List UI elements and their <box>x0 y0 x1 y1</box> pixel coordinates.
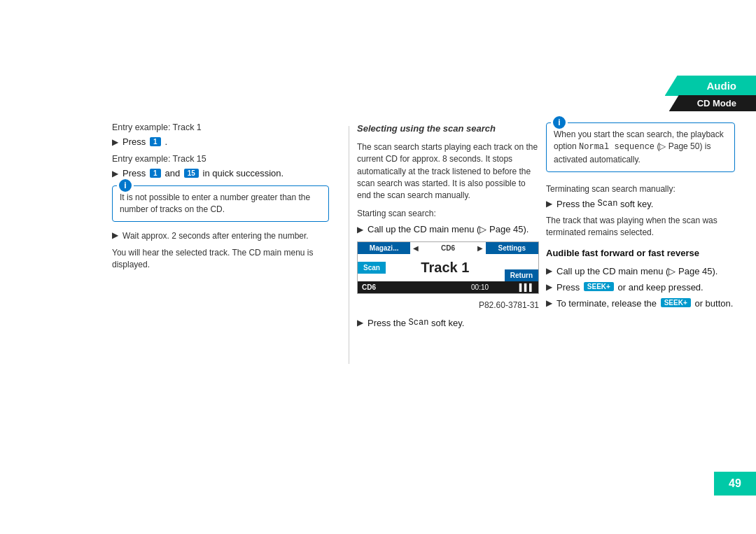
press-scan-pre: Press the <box>368 318 406 328</box>
entry2-label: Entry example: Track 15 <box>112 154 329 164</box>
right-bullet-icon-3: ▶ <box>546 282 552 292</box>
bullet-row-1: ▶ Press 1 . <box>112 136 329 147</box>
key-2-button: 1 <box>150 169 161 178</box>
track-label: Track 1 <box>386 254 505 281</box>
right-bullet-1: ▶ Press the Scan soft key. <box>546 199 735 209</box>
soft-key-text: soft key. <box>431 318 464 328</box>
right-bullet-icon-4: ▶ <box>546 298 552 308</box>
return-button: Return <box>505 269 538 281</box>
press-scan-row: ▶ Press the Scan soft key. <box>357 318 539 328</box>
settings-button: Settings <box>486 242 538 254</box>
seek-badge-1: SEEK+ <box>584 282 614 291</box>
right-column: i When you start the scan search, the pl… <box>546 122 735 314</box>
right-scan-mono: Scan <box>598 199 618 209</box>
mid-bullet-icon-1: ▶ <box>357 225 363 234</box>
right-info-text: When you start the scan search, the play… <box>554 129 727 166</box>
info-icon-right: i <box>551 116 568 129</box>
bullet-icon-1: ▶ <box>112 137 118 147</box>
section-title-scan: Selecting using the scan search <box>357 122 539 136</box>
info-text-left: It is not possible to enter a number gre… <box>120 192 321 216</box>
cd-left-arrow: ◀ <box>410 242 421 254</box>
right-bullet-mid-3: or <box>618 282 626 293</box>
right-bullet-pre-4: To terminate, release the <box>556 298 657 309</box>
bullet-icon-3: ▶ <box>112 230 118 240</box>
info-icon-left: i <box>117 179 134 192</box>
column-divider <box>349 126 349 364</box>
press-label-1: Press <box>122 136 146 147</box>
right-bullet-2: ▶ Call up the CD main menu (▷ Page 45). <box>546 266 735 276</box>
right-bullet-pre-3: Press <box>556 282 580 293</box>
wait-row: ▶ Wait approx. 2 seconds after entering … <box>112 230 329 242</box>
info-circle-icon-right: i <box>553 116 566 129</box>
right-normal-mono: Normal sequence <box>579 142 654 152</box>
header-cdmode: CD Mode <box>669 95 756 111</box>
and-text: and <box>164 168 180 178</box>
cd-right-arrow: ▶ <box>475 242 486 254</box>
right-bullet-icon-1: ▶ <box>546 199 552 209</box>
quick-text: in quick succession. <box>203 168 284 178</box>
wait-text: Wait approx. 2 seconds after entering th… <box>122 230 309 242</box>
header-audio: Audio <box>665 76 757 96</box>
cd-top-row: Magazi... ◀ CD6 ▶ Settings <box>358 242 538 254</box>
scan-mono-text: Scan <box>409 318 429 328</box>
right-bullet-4: ▶ To terminate, release the SEEK+ or but… <box>546 298 735 309</box>
right-bullet-pre-1: Press the <box>556 199 595 209</box>
bottom-time: 00:10 <box>440 283 519 291</box>
seek-badge-2: SEEK+ <box>661 298 691 307</box>
product-code: P82.60-3781-31 <box>357 300 539 311</box>
cd-bottom-row: CD6 00:10 ▌▌▌ <box>358 281 538 293</box>
track-note: The track that was playing when the scan… <box>546 215 735 239</box>
mid-bullet-icon-2: ▶ <box>357 318 363 328</box>
scan-body-text: The scan search starts playing each trac… <box>357 141 539 202</box>
right-bullet-post-4: or button. <box>694 298 733 309</box>
right-bullet-icon-2: ▶ <box>546 266 552 276</box>
info-box-right: i When you start the scan search, the pl… <box>546 122 735 172</box>
entry1-label: Entry example: Track 1 <box>112 122 329 132</box>
info-circle-icon: i <box>119 179 132 192</box>
bottom-bars: ▌▌▌ <box>519 283 534 291</box>
right-bullet-post-3: and keep pressed. <box>629 282 704 293</box>
info-box-left: i It is not possible to enter a number g… <box>112 185 329 222</box>
right-bullet-text-2: Call up the CD main menu (▷ Page 45). <box>556 266 718 276</box>
key-1-button: 1 <box>150 137 161 146</box>
bullet-row-2: ▶ Press 1 and 15 in quick succession. <box>112 168 329 178</box>
magazi-button: Magazi... <box>358 242 410 254</box>
right-bullet-3: ▶ Press SEEK+ or and keep pressed. <box>546 282 735 293</box>
bottom-cd6: CD6 <box>362 283 440 291</box>
start-label: Starting scan search: <box>357 208 539 220</box>
mid-bullet-1: ▶ Call up the CD main menu (▷ Page 45). <box>357 224 539 234</box>
scan-button: Scan <box>358 262 386 274</box>
audible-title: Audible fast forward or fast reverse <box>546 247 735 260</box>
cd-display: Magazi... ◀ CD6 ▶ Settings Scan Track 1 … <box>357 241 539 294</box>
cd6-label: CD6 <box>421 242 474 254</box>
bullet-icon-2: ▶ <box>112 169 118 178</box>
key-3-button: 15 <box>184 169 199 178</box>
hear-text: You will hear the selected track. The CD… <box>112 247 329 271</box>
left-column: Entry example: Track 1 ▶ Press 1 . Entry… <box>112 122 329 271</box>
right-bullet-post-1: soft key. <box>620 199 653 209</box>
press-label-2: Press <box>122 168 146 178</box>
page-number: 49 <box>714 472 756 496</box>
cd-scan-row: Scan Track 1 Return <box>358 254 538 281</box>
mid-bullet-text-1: Call up the CD main menu (▷ Page 45). <box>368 224 528 234</box>
middle-column: Selecting using the scan search The scan… <box>357 122 539 328</box>
terminating-label: Terminating scan search manually: <box>546 183 735 195</box>
